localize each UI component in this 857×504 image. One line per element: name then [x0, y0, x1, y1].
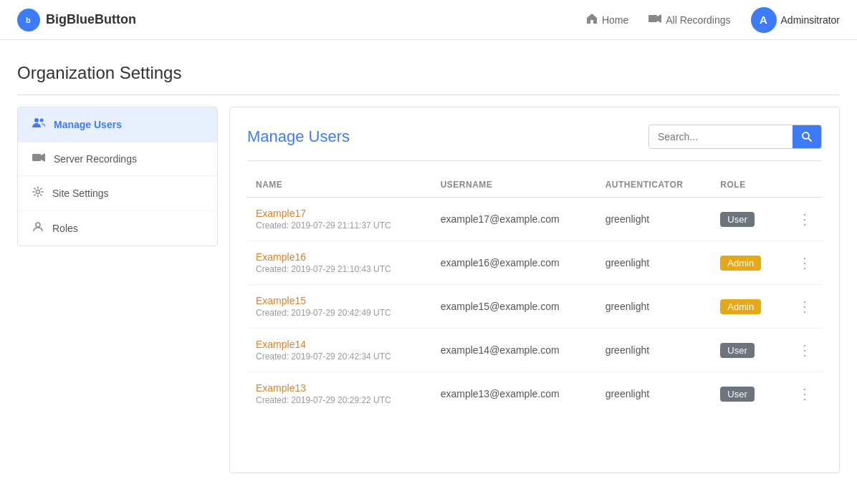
user-role-cell: User [712, 372, 782, 416]
row-actions[interactable]: ⋮ [782, 241, 822, 285]
sidebar-item-site-settings[interactable]: Site Settings [18, 176, 217, 211]
sidebar-label-server-recordings: Server Recordings [54, 153, 137, 165]
avatar: A [751, 7, 777, 33]
user-role-cell: User [712, 329, 782, 372]
svg-rect-6 [32, 154, 41, 161]
user-authenticator: greenlight [597, 285, 712, 329]
svg-point-4 [34, 118, 39, 122]
sidebar-item-server-recordings[interactable]: Server Recordings [18, 142, 217, 176]
user-username: example15@example.com [432, 285, 597, 329]
gear-icon [32, 186, 44, 200]
svg-point-8 [37, 190, 40, 194]
role-badge: Admin [720, 299, 761, 314]
user-name: Example14 [256, 339, 423, 350]
user-username: example16@example.com [432, 241, 597, 285]
sidebar: Manage Users Server Recordings Site Sett… [17, 107, 218, 246]
user-name-cell: Example17 Created: 2019-07-29 21:11:37 U… [247, 198, 432, 241]
row-actions[interactable]: ⋮ [782, 372, 822, 416]
logo-text: BigBlueButton [46, 12, 136, 27]
user-username: example17@example.com [432, 198, 597, 241]
table-row: Example14 Created: 2019-07-29 20:42:34 U… [247, 329, 822, 372]
content-divider [247, 160, 822, 161]
home-icon [586, 13, 598, 27]
main-layout: Manage Users Server Recordings Site Sett… [0, 95, 857, 485]
page-title: Organization Settings [17, 63, 840, 83]
row-actions[interactable]: ⋮ [782, 329, 822, 372]
table-row: Example16 Created: 2019-07-29 21:10:43 U… [247, 241, 822, 285]
col-role: ROLE [712, 173, 782, 198]
col-username: USERNAME [432, 173, 597, 198]
user-role-cell: Admin [712, 285, 782, 329]
role-badge: User [720, 343, 754, 358]
header-nav: Home All Recordings A Adminsitrator [586, 7, 840, 33]
user-authenticator: greenlight [597, 329, 712, 372]
table-row: Example15 Created: 2019-07-29 20:42:49 U… [247, 285, 822, 329]
user-created: Created: 2019-07-29 20:42:49 UTC [256, 308, 423, 318]
header: b BigBlueButton Home All Recordings [0, 0, 857, 40]
user-name: Example16 [256, 251, 423, 263]
user-authenticator: greenlight [597, 198, 712, 241]
user-username: example14@example.com [432, 329, 597, 372]
nav-recordings-label: All Recordings [666, 14, 730, 26]
users-table: NAME USERNAME AUTHENTICATOR ROLE Example… [247, 173, 822, 415]
user-username: example13@example.com [432, 372, 597, 416]
users-icon [32, 117, 45, 132]
sidebar-item-roles[interactable]: Roles [18, 211, 217, 246]
sidebar-item-manage-users[interactable]: Manage Users [18, 107, 217, 142]
search-input[interactable] [649, 125, 793, 148]
nav-home-label: Home [602, 14, 628, 26]
table-header: NAME USERNAME AUTHENTICATOR ROLE [247, 173, 822, 198]
svg-marker-3 [657, 14, 661, 23]
user-role-cell: User [712, 198, 782, 241]
svg-line-11 [808, 138, 811, 141]
svg-rect-2 [648, 15, 657, 22]
search-icon [801, 131, 813, 142]
content-title: Manage Users [247, 127, 350, 146]
sidebar-label-manage-users: Manage Users [54, 119, 122, 130]
table-row: Example13 Created: 2019-07-29 20:29:22 U… [247, 372, 822, 416]
logo[interactable]: b BigBlueButton [17, 9, 136, 32]
user-authenticator: greenlight [597, 372, 712, 416]
role-icon [32, 221, 44, 236]
video-icon [648, 14, 661, 26]
table-row: Example17 Created: 2019-07-29 21:11:37 U… [247, 198, 822, 241]
nav-recordings[interactable]: All Recordings [648, 14, 730, 26]
search-button[interactable] [793, 125, 821, 148]
recordings-icon [32, 152, 45, 165]
svg-point-5 [40, 119, 44, 122]
user-name: Example15 [256, 295, 423, 306]
user-created: Created: 2019-07-29 20:29:22 UTC [256, 395, 423, 405]
logo-icon: b [17, 9, 40, 32]
user-created: Created: 2019-07-29 21:10:43 UTC [256, 264, 423, 274]
user-menu[interactable]: A Adminsitrator [751, 7, 840, 33]
user-created: Created: 2019-07-29 21:11:37 UTC [256, 220, 423, 231]
user-name-cell: Example13 Created: 2019-07-29 20:29:22 U… [247, 372, 432, 416]
user-name-cell: Example16 Created: 2019-07-29 21:10:43 U… [247, 241, 432, 285]
svg-point-9 [36, 223, 40, 227]
user-created: Created: 2019-07-29 20:42:34 UTC [256, 352, 423, 362]
role-badge: User [720, 212, 754, 227]
sidebar-label-site-settings: Site Settings [52, 188, 109, 199]
user-name-cell: Example14 Created: 2019-07-29 20:42:34 U… [247, 329, 432, 372]
row-actions[interactable]: ⋮ [782, 198, 822, 241]
svg-marker-7 [41, 153, 45, 162]
role-badge: User [720, 387, 754, 402]
table-body: Example17 Created: 2019-07-29 21:11:37 U… [247, 198, 822, 416]
sidebar-label-roles: Roles [52, 223, 78, 234]
user-name-cell: Example15 Created: 2019-07-29 20:42:49 U… [247, 285, 432, 329]
user-authenticator: greenlight [597, 241, 712, 285]
col-authenticator: AUTHENTICATOR [597, 173, 712, 198]
nav-home[interactable]: Home [586, 13, 628, 27]
content-header: Manage Users [247, 125, 822, 149]
row-actions[interactable]: ⋮ [782, 285, 822, 329]
user-role-cell: Admin [712, 241, 782, 285]
role-badge: Admin [720, 256, 761, 271]
user-name: Adminsitrator [781, 14, 840, 26]
content-area: Manage Users NAME USERNAME AUTHENTICATOR [229, 107, 840, 473]
user-name: Example17 [256, 208, 423, 219]
search-box [648, 125, 822, 149]
svg-text:b: b [26, 16, 31, 24]
col-name: NAME [247, 173, 432, 198]
user-name: Example13 [256, 382, 423, 394]
page-title-section: Organization Settings [0, 40, 857, 94]
